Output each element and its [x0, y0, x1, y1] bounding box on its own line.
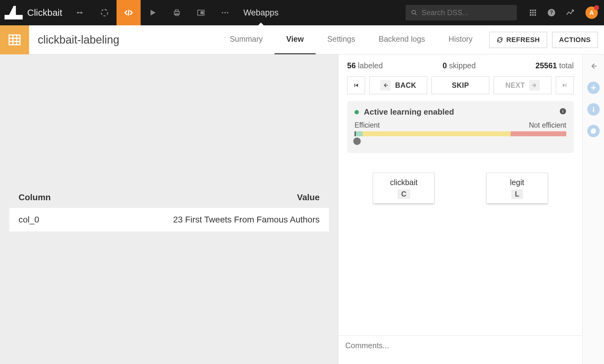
comments-input[interactable] [338, 336, 582, 363]
search-icon [411, 9, 417, 16]
search-input[interactable] [422, 8, 511, 17]
labeling-panel: 56 labeled 0 skipped 25561 total BACK SK… [338, 54, 582, 364]
svg-point-0 [77, 12, 79, 14]
svg-rect-13 [530, 12, 531, 14]
help-icon[interactable]: ? [542, 0, 561, 25]
total-count: 25561 [535, 61, 557, 70]
efficient-label: Efficient [355, 121, 380, 129]
actions-button[interactable]: ACTIONS [552, 32, 598, 48]
svg-text:?: ? [550, 10, 553, 15]
comments-area [338, 335, 582, 364]
stats-row: 56 labeled 0 skipped 25561 total [338, 61, 582, 76]
shortcut-key: L [511, 189, 523, 199]
next-button[interactable]: NEXT [494, 76, 551, 94]
svg-text:i: i [562, 109, 564, 114]
flow-icon[interactable] [68, 0, 92, 25]
svg-rect-16 [530, 14, 531, 16]
back-button[interactable]: BACK [369, 76, 427, 94]
svg-rect-6 [201, 12, 203, 14]
search-box[interactable] [406, 5, 517, 20]
slider-knob[interactable] [353, 138, 361, 145]
svg-rect-26 [355, 84, 355, 87]
svg-rect-12 [534, 10, 536, 11]
first-button[interactable] [347, 76, 365, 94]
dataiku-logo[interactable] [0, 0, 27, 25]
tab-backend-logs[interactable]: Backend logs [367, 25, 437, 54]
page-tabs: Summary View Settings Backend logs Histo… [218, 25, 484, 54]
avatar-letter: A [589, 9, 594, 16]
top-navbar: Clickbait Webapps ? A [0, 0, 604, 25]
activity-icon[interactable] [561, 0, 579, 25]
tab-view[interactable]: View [274, 25, 316, 54]
data-table: Column Value col_0 23 First Tweets From … [9, 187, 329, 231]
arrow-right-icon [529, 80, 540, 91]
cell-column: col_0 [19, 215, 80, 225]
chat-icon[interactable] [587, 125, 600, 137]
collapse-icon[interactable] [587, 60, 600, 72]
circle-dashed-icon[interactable] [92, 0, 117, 25]
page-header: clickbait-labeling Summary View Settings… [0, 25, 604, 54]
right-sidebar [582, 54, 604, 364]
info-sidebar-icon[interactable] [587, 103, 600, 116]
svg-rect-10 [530, 10, 531, 11]
skip-button[interactable]: SKIP [432, 76, 489, 94]
user-avatar[interactable]: A [585, 6, 598, 19]
page-title: clickbait-labeling [29, 33, 119, 46]
status-dot-icon [355, 110, 359, 114]
labeled-count: 56 [347, 61, 356, 70]
last-button[interactable] [556, 76, 574, 94]
svg-rect-33 [593, 109, 594, 112]
svg-point-8 [224, 12, 226, 14]
svg-point-7 [222, 12, 223, 14]
skipped-count: 0 [443, 61, 447, 70]
more-icon[interactable] [213, 0, 237, 25]
tab-summary[interactable]: Summary [218, 25, 274, 54]
label-buttons: clickbait C legit L [338, 160, 582, 216]
svg-rect-18 [534, 14, 536, 16]
label-legit[interactable]: legit L [486, 173, 548, 204]
apps-icon[interactable] [524, 0, 542, 25]
dashboard-icon[interactable] [189, 0, 213, 25]
svg-rect-17 [532, 14, 534, 16]
print-icon[interactable] [165, 0, 189, 25]
svg-rect-11 [532, 10, 534, 11]
svg-point-32 [593, 107, 594, 108]
efficiency-bar [355, 131, 566, 136]
active-learning-title: Active learning enabled [364, 107, 454, 117]
webapps-tab[interactable]: Webapps [237, 0, 285, 25]
svg-point-1 [101, 10, 108, 16]
refresh-button[interactable]: REFRESH [489, 32, 547, 48]
svg-rect-3 [176, 10, 178, 12]
code-icon[interactable] [117, 0, 141, 25]
column-header: Column [19, 193, 297, 202]
svg-rect-14 [532, 12, 534, 14]
value-header: Value [297, 193, 320, 202]
play-icon[interactable] [141, 0, 165, 25]
not-efficient-label: Not efficient [529, 121, 566, 129]
svg-rect-15 [534, 12, 536, 14]
arrow-left-icon [380, 80, 391, 91]
svg-point-9 [227, 12, 228, 14]
svg-rect-31 [591, 87, 596, 88]
svg-rect-21 [9, 35, 20, 45]
shortcut-key: C [398, 189, 410, 199]
cell-value: 23 First Tweets From Famous Authors [80, 215, 320, 225]
notification-dot [594, 5, 599, 10]
label-clickbait[interactable]: clickbait C [373, 173, 435, 204]
refresh-icon [496, 36, 503, 43]
data-panel: Column Value col_0 23 First Tweets From … [0, 54, 338, 364]
webapp-type-icon [0, 25, 29, 54]
table-row: col_0 23 First Tweets From Famous Author… [9, 208, 329, 231]
tab-settings[interactable]: Settings [316, 25, 367, 54]
info-icon[interactable]: i [559, 107, 566, 117]
svg-rect-27 [566, 84, 566, 87]
project-name[interactable]: Clickbait [27, 7, 68, 18]
tab-history[interactable]: History [437, 25, 484, 54]
active-learning-box: Active learning enabled i Efficient Not … [347, 101, 574, 153]
nav-buttons: BACK SKIP NEXT [338, 76, 582, 101]
add-icon[interactable] [587, 82, 600, 94]
